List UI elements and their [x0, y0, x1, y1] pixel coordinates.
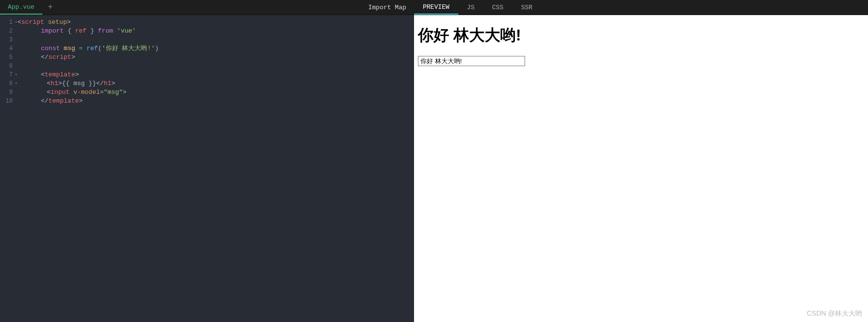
tab-js[interactable]: JS: [458, 0, 484, 15]
file-tab-label: App.vue: [8, 3, 35, 11]
line-number: 4: [9, 45, 13, 52]
import-map-button[interactable]: Import Map: [360, 4, 414, 11]
fold-icon[interactable]: ▾: [15, 18, 18, 27]
code-line: import { ref } from 'vue': [18, 27, 414, 36]
code-line: <input v-model="msg">: [18, 88, 414, 97]
tab-label: SSR: [521, 4, 532, 11]
code-line: </template>: [18, 97, 414, 106]
line-number: 10: [6, 98, 13, 105]
code-line: [18, 36, 414, 44]
tabs-bar: App.vue + Import Map: [0, 0, 414, 15]
tab-label: JS: [467, 4, 475, 11]
line-number: 5: [9, 54, 13, 61]
tab-preview[interactable]: PREVIEW: [414, 0, 458, 15]
line-number: 1: [9, 19, 13, 26]
preview-heading: 你好 林大大哟!: [418, 25, 864, 46]
line-number: 8: [9, 80, 13, 87]
code-line: <template>: [18, 71, 414, 79]
code-line: [18, 62, 414, 71]
tab-ssr[interactable]: SSR: [512, 0, 541, 15]
preview-input[interactable]: [418, 56, 525, 66]
fold-icon[interactable]: ▾: [15, 79, 18, 88]
tab-label: CSS: [492, 4, 503, 11]
code-line: <script setup>: [18, 18, 414, 27]
preview-content: 你好 林大大哟!: [414, 15, 868, 322]
line-number: 9: [9, 89, 13, 96]
code-line: </script>: [18, 53, 414, 62]
plus-icon: +: [48, 3, 53, 12]
line-number: 6: [9, 63, 13, 70]
preview-panel: PREVIEW JS CSS SSR 你好 林大大哟!: [414, 0, 868, 322]
code-line: <h1>{{ msg }}</h1>: [18, 79, 414, 88]
add-tab-button[interactable]: +: [42, 3, 59, 12]
code-content[interactable]: <script setup> import { ref } from 'vue'…: [16, 18, 414, 322]
fold-icon[interactable]: ▾: [15, 71, 18, 79]
code-line: const msg = ref('你好 林大大哟!'): [18, 44, 414, 53]
line-gutter: 1▾ 2 3 4 5 6 7▾ 8▾ 9 10: [0, 18, 16, 322]
line-number: 2: [9, 28, 13, 35]
import-map-label: Import Map: [368, 4, 406, 11]
preview-tabs-bar: PREVIEW JS CSS SSR: [414, 0, 868, 15]
tab-label: PREVIEW: [423, 3, 450, 11]
line-number: 7: [9, 72, 13, 78]
code-editor[interactable]: 1▾ 2 3 4 5 6 7▾ 8▾ 9 10 <script setup> i…: [0, 15, 414, 322]
editor-panel: App.vue + Import Map 1▾ 2 3 4 5 6 7▾ 8▾ …: [0, 0, 414, 322]
line-number: 3: [9, 36, 13, 43]
tab-css[interactable]: CSS: [483, 0, 512, 15]
file-tab-app-vue[interactable]: App.vue: [0, 0, 42, 15]
